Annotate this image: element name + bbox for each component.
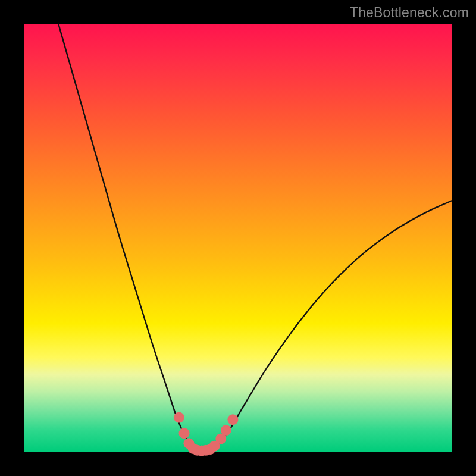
chart-svg bbox=[0, 0, 476, 476]
valley-dot bbox=[221, 425, 231, 436]
curves-group bbox=[58, 24, 452, 452]
valley-dot bbox=[227, 414, 238, 425]
valley-dot bbox=[179, 428, 190, 439]
chart-frame: TheBottleneck.com bbox=[0, 0, 476, 476]
curve-right-curve bbox=[212, 201, 452, 452]
valley-dot bbox=[174, 412, 184, 423]
curve-left-curve bbox=[58, 24, 195, 452]
watermark-text: TheBottleneck.com bbox=[350, 5, 469, 21]
valley-dots-group bbox=[174, 412, 238, 456]
